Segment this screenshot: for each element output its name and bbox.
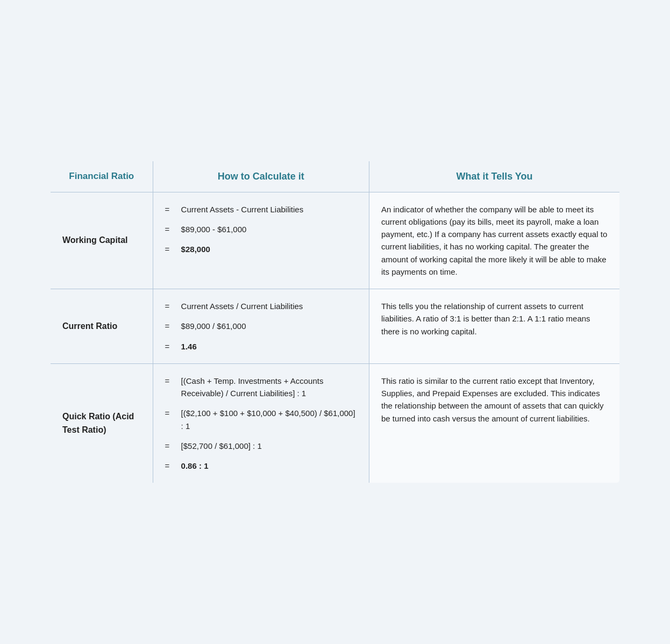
tells-cell: An indicator of whether the company will… (369, 192, 620, 289)
calc-line: =$89,000 - $61,000 (165, 223, 357, 235)
equals-sign: = (165, 460, 178, 472)
equals-sign: = (165, 243, 178, 255)
equals-sign: = (165, 300, 178, 312)
calc-value: $89,000 / $61,000 (181, 320, 357, 332)
equals-sign: = (165, 440, 178, 452)
col-header-ratio: Financial Ratio (51, 161, 153, 192)
calc-cell: =Current Assets / Current Liabilities=$8… (153, 289, 369, 364)
equals-sign: = (165, 340, 178, 353)
equals-sign: = (165, 320, 178, 332)
calc-line: =1.46 (165, 340, 357, 353)
calc-value: [$52,700 / $61,000] : 1 (181, 440, 357, 452)
calc-line: =[($2,100 + $100 + $10,000 + $40,500) / … (165, 407, 357, 432)
ratio-name-cell: Current Ratio (51, 289, 153, 364)
calc-line: =Current Assets - Current Liabilities (165, 203, 357, 216)
table-wrapper: Financial Ratio How to Calculate it What… (39, 150, 631, 495)
equals-sign: = (165, 375, 178, 387)
tells-cell: This ratio is similar to the current rat… (369, 363, 620, 483)
ratio-name-cell: Quick Ratio (Acid Test Ratio) (51, 363, 153, 483)
tells-cell: This tells you the relationship of curre… (369, 289, 620, 364)
calc-value: [(Cash + Temp. Investments + Accounts Re… (181, 375, 357, 400)
calc-cell: =Current Assets - Current Liabilities=$8… (153, 192, 369, 289)
financial-ratios-table: Financial Ratio How to Calculate it What… (50, 161, 620, 484)
calc-cell: =[(Cash + Temp. Investments + Accounts R… (153, 363, 369, 483)
equals-sign: = (165, 223, 178, 235)
calc-value: $28,000 (181, 243, 357, 255)
calc-line: =$28,000 (165, 243, 357, 255)
table-row: Working Capital=Current Assets - Current… (51, 192, 620, 289)
table-row: Quick Ratio (Acid Test Ratio)=[(Cash + T… (51, 363, 620, 483)
calc-value: Current Assets - Current Liabilities (181, 203, 357, 216)
calc-value: Current Assets / Current Liabilities (181, 300, 357, 312)
col-header-calc: How to Calculate it (153, 161, 369, 192)
col-header-tells: What it Tells You (369, 161, 620, 192)
calc-value: [($2,100 + $100 + $10,000 + $40,500) / $… (181, 407, 357, 432)
calc-line: =[(Cash + Temp. Investments + Accounts R… (165, 375, 357, 400)
calc-value: 0.86 : 1 (181, 460, 357, 472)
calc-line: =Current Assets / Current Liabilities (165, 300, 357, 312)
table-row: Current Ratio=Current Assets / Current L… (51, 289, 620, 364)
calc-value: $89,000 - $61,000 (181, 223, 357, 235)
calc-line: =0.86 : 1 (165, 460, 357, 472)
calc-line: =[$52,700 / $61,000] : 1 (165, 440, 357, 452)
calc-line: =$89,000 / $61,000 (165, 320, 357, 332)
ratio-name-cell: Working Capital (51, 192, 153, 289)
equals-sign: = (165, 407, 178, 419)
header-row: Financial Ratio How to Calculate it What… (51, 161, 620, 192)
calc-value: 1.46 (181, 340, 357, 353)
equals-sign: = (165, 203, 178, 216)
